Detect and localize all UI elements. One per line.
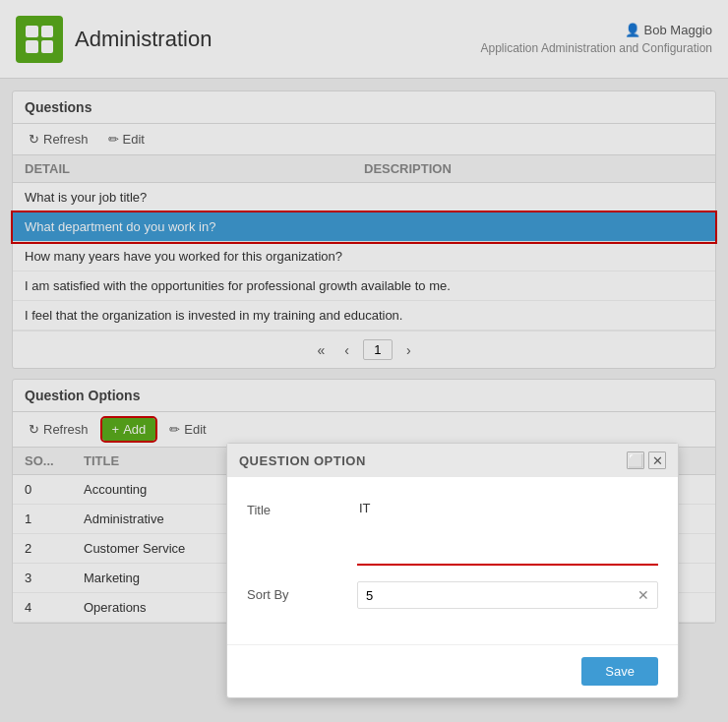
modal-footer: Save	[227, 644, 678, 697]
modal-title: QUESTION OPTION	[239, 453, 366, 468]
title-field-row: Title document.currentScript.previousEle…	[247, 497, 658, 566]
sortby-field-label: Sort By	[247, 581, 345, 602]
sortby-field-row: Sort By ✕	[247, 581, 658, 609]
restore-icon: ⬜	[628, 453, 643, 468]
save-button[interactable]: Save	[581, 657, 658, 686]
sortby-clear-button[interactable]: ✕	[637, 587, 649, 603]
sortby-input-container: ✕	[357, 581, 658, 609]
modal-header: QUESTION OPTION ⬜ ✕	[227, 444, 678, 477]
sortby-input[interactable]	[366, 588, 637, 603]
modal-close-button[interactable]: ✕	[648, 451, 666, 469]
modal-restore-button[interactable]: ⬜	[627, 451, 644, 469]
question-option-modal: QUESTION OPTION ⬜ ✕ Title document.curre…	[226, 443, 679, 698]
title-field-label: Title	[247, 497, 345, 517]
close-icon: ✕	[652, 453, 663, 468]
modal-header-icons: ⬜ ✕	[627, 451, 666, 469]
title-input[interactable]	[357, 497, 658, 566]
modal-body: Title document.currentScript.previousEle…	[227, 477, 678, 644]
